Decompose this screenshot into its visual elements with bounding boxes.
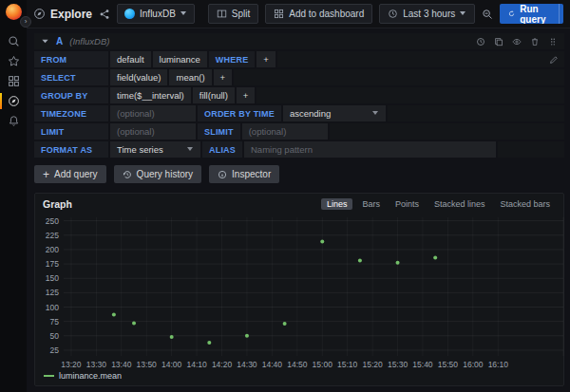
copy-query-icon[interactable]: [494, 37, 504, 47]
add-to-dashboard-button[interactable]: Add to dashboard: [265, 4, 372, 24]
grafana-explore-window: › Explore Influx: [0, 0, 570, 392]
eye-icon[interactable]: [512, 37, 522, 47]
pencil-icon[interactable]: [549, 55, 559, 65]
data-point[interactable]: [112, 312, 116, 316]
svg-text:14:00: 14:00: [162, 360, 182, 369]
mode-stacked-bars[interactable]: Stacked bars: [494, 198, 556, 210]
query-row-select: SELECT field(value) mean() +: [34, 69, 564, 85]
inspector-button[interactable]: Inspector: [209, 165, 279, 183]
groupby-label: GROUP BY: [34, 87, 108, 103]
data-point[interactable]: [283, 322, 287, 326]
explore-content: A (InfluxDB) FROM default luminance WHER…: [27, 28, 570, 392]
slimit-label: SLIMIT: [198, 123, 240, 140]
sidebar-item-search[interactable]: [0, 31, 27, 51]
collapse-chevron-icon[interactable]: [41, 37, 49, 46]
data-point[interactable]: [433, 255, 437, 259]
graph-panel: Graph Lines Bars Points Stacked lines St…: [34, 193, 564, 386]
from-label: FROM: [34, 51, 108, 67]
add-query-label: Add query: [54, 169, 98, 179]
groupby-fill-segment[interactable]: fill(null): [193, 87, 235, 103]
mode-bars[interactable]: Bars: [356, 198, 386, 210]
groupby-row-filler: [256, 87, 564, 103]
data-point[interactable]: [132, 321, 136, 325]
alias-input[interactable]: [244, 141, 496, 158]
select-agg-segment[interactable]: mean(): [169, 69, 211, 85]
sidebar-expand-button[interactable]: ›: [20, 16, 31, 28]
where-add-button[interactable]: +: [256, 51, 276, 67]
format-as-select[interactable]: Time series: [110, 141, 200, 158]
timezone-row-filler: [388, 105, 564, 121]
from-row-filler: [277, 51, 564, 67]
bell-icon: [8, 115, 20, 127]
share-shortlink-button[interactable]: [99, 9, 110, 20]
data-point[interactable]: [207, 341, 211, 345]
time-range-label: Last 3 hours: [403, 9, 455, 19]
secondary-actions: + Add query Query history Inspector: [34, 165, 564, 183]
time-series-chart[interactable]: 25507510012515017520022525013:2013:3013:…: [35, 212, 563, 371]
inspector-label: Inspector: [232, 169, 271, 179]
timezone-input[interactable]: [110, 105, 196, 121]
add-query-button[interactable]: + Add query: [34, 165, 106, 183]
groupby-time-segment[interactable]: time($__interval): [110, 87, 191, 103]
query-row-header: A (InfluxDB): [34, 33, 564, 49]
info-circle-icon: [218, 170, 227, 179]
where-label[interactable]: WHERE: [209, 51, 256, 67]
from-measurement-segment[interactable]: luminance: [153, 51, 207, 67]
run-query-label: Run query: [520, 4, 549, 24]
limit-input[interactable]: [110, 123, 196, 140]
mode-stacked-lines[interactable]: Stacked lines: [428, 198, 491, 210]
from-db-segment[interactable]: default: [110, 51, 151, 67]
data-point[interactable]: [170, 335, 174, 339]
sidebar-item-explore[interactable]: [0, 91, 27, 111]
groupby-add-button[interactable]: +: [237, 87, 256, 103]
order-by-time-label: ORDER BY TIME: [198, 105, 281, 121]
svg-text:75: 75: [50, 317, 60, 327]
run-query-main[interactable]: Run query: [500, 4, 558, 24]
share-alt-icon: [99, 9, 110, 20]
drag-handle-icon[interactable]: [548, 37, 558, 47]
query-row-format: FORMAT AS Time series ALIAS: [34, 141, 564, 158]
time-range-picker[interactable]: Last 3 hours: [379, 4, 475, 24]
data-point[interactable]: [320, 239, 324, 243]
sidebar-item-dashboards[interactable]: [0, 71, 27, 91]
slimit-input[interactable]: [242, 123, 328, 140]
legend-item-luminance-mean[interactable]: luminance.mean: [35, 371, 563, 385]
nav-sidebar: [0, 0, 27, 392]
data-point[interactable]: [396, 261, 400, 265]
svg-text:13:30: 13:30: [86, 360, 107, 369]
explore-compass-icon: [33, 8, 46, 20]
svg-text:25: 25: [50, 345, 60, 355]
timezone-label: TIMEZONE: [34, 105, 108, 121]
data-point[interactable]: [245, 334, 249, 338]
data-point[interactable]: [358, 258, 362, 262]
split-button[interactable]: Split: [208, 4, 258, 24]
select-row-filler: [234, 69, 564, 85]
run-query-dropdown[interactable]: [559, 4, 564, 24]
sidebar-item-starred[interactable]: [0, 51, 27, 71]
apps-icon: [274, 9, 284, 19]
order-by-time-select[interactable]: ascending: [283, 105, 386, 121]
trash-icon[interactable]: [530, 37, 540, 47]
select-add-button[interactable]: +: [214, 69, 233, 85]
sidebar-item-alerting[interactable]: [0, 111, 27, 131]
select-label: SELECT: [34, 69, 108, 85]
search-minus-icon: [482, 9, 493, 20]
svg-text:14:40: 14:40: [262, 360, 283, 369]
grafana-logo-icon[interactable]: [6, 4, 22, 20]
datasource-picker[interactable]: InfluxDB: [117, 4, 195, 24]
query-history-button[interactable]: Query history: [114, 165, 201, 183]
mode-points[interactable]: Points: [390, 198, 425, 210]
select-field-segment[interactable]: field(value): [110, 69, 167, 85]
query-datasource-hint: (InfluxDB): [69, 36, 109, 47]
zoom-out-time-button[interactable]: [482, 9, 493, 20]
query-history-label: Query history: [137, 169, 193, 179]
graph-panel-title: Graph: [43, 198, 72, 210]
explore-title: Explore: [33, 8, 92, 21]
limit-label: LIMIT: [34, 123, 108, 140]
svg-text:100: 100: [46, 303, 59, 312]
plus-icon: +: [43, 169, 49, 180]
mode-lines[interactable]: Lines: [321, 198, 353, 210]
dashboards-grid-icon: [8, 75, 20, 87]
run-query-button[interactable]: Run query: [500, 4, 563, 24]
history-icon[interactable]: [476, 37, 485, 47]
